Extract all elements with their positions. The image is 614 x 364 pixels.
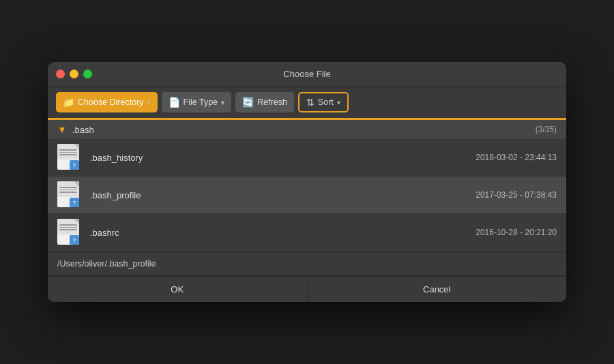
sort-button[interactable]: ⇅ Sort ▾ (298, 92, 349, 112)
file-name: .bash_history (90, 153, 476, 163)
file-icon: ? (57, 181, 79, 207)
chevron-down-icon: ▾ (221, 99, 224, 106)
filter-icon: ▼ (57, 124, 67, 135)
file-name: .bashrc (90, 228, 476, 238)
file-badge: ? (70, 198, 79, 207)
chevron-down-icon: ▾ (337, 99, 340, 106)
file-type-button[interactable]: 📄 File Type ▾ (162, 92, 232, 112)
file-name: .bash_profile (90, 190, 476, 200)
file-badge: ? (70, 160, 79, 170)
filter-count: (3/35) (536, 125, 557, 134)
choose-directory-label: Choose Directory (78, 97, 144, 107)
file-date: 2018-03-02 - 23:44:13 (476, 153, 557, 162)
file-list: ? .bash_history 2018-03-02 - 23:44:13 (48, 139, 566, 252)
folder-icon: 📁 (63, 97, 74, 108)
traffic-lights (56, 70, 92, 78)
table-row[interactable]: ? .bash_profile 2017-03-25 - 07:38:43 (48, 177, 566, 214)
filter-text: .bash (72, 125, 94, 135)
minimize-button[interactable] (70, 70, 78, 78)
table-row[interactable]: ? .bashrc 2016-10-28 - 20:21:20 (48, 214, 566, 252)
content-area: ▼ .bash (3/35) (48, 120, 566, 302)
file-type-icon: 📄 (169, 97, 180, 108)
selected-path: /Users/oliver/.bash_profile (48, 252, 566, 276)
chevron-down-icon: ▾ (147, 99, 151, 106)
table-row[interactable]: ? .bash_history 2018-03-02 - 23:44:13 (48, 139, 566, 177)
close-button[interactable] (56, 70, 65, 78)
file-icon-wrapper: ? (57, 219, 83, 246)
sort-label: Sort (318, 97, 334, 107)
file-icon-wrapper: ? (57, 181, 83, 209)
window-title: Choose File (283, 69, 330, 79)
refresh-label: Refresh (257, 97, 287, 107)
file-icon-wrapper: ? (57, 144, 83, 171)
ok-button[interactable]: OK (48, 277, 307, 302)
file-badge: ? (70, 235, 79, 245)
title-bar: Choose File (48, 62, 566, 87)
file-date: 2017-03-25 - 07:38:43 (476, 190, 557, 200)
refresh-icon: 🔄 (242, 97, 254, 108)
path-text: /Users/oliver/.bash_profile (57, 259, 156, 269)
file-icon: ? (57, 219, 79, 245)
sort-icon: ⇅ (306, 97, 315, 108)
action-bar: OK Cancel (48, 276, 566, 302)
file-chooser-window: Choose File 📁 Choose Directory ▾ 📄 File … (48, 62, 566, 302)
choose-directory-button[interactable]: 📁 Choose Directory ▾ (56, 92, 158, 112)
file-type-label: File Type (184, 97, 218, 107)
maximize-button[interactable] (83, 70, 92, 78)
toolbar: 📁 Choose Directory ▾ 📄 File Type ▾ 🔄 Ref… (48, 87, 566, 120)
file-date: 2016-10-28 - 20:21:20 (476, 228, 557, 237)
filter-bar: ▼ .bash (3/35) (48, 120, 566, 139)
filter-left: ▼ .bash (57, 124, 94, 135)
cancel-button[interactable]: Cancel (307, 277, 567, 302)
file-icon: ? (57, 144, 79, 170)
refresh-button[interactable]: 🔄 Refresh (235, 92, 294, 112)
